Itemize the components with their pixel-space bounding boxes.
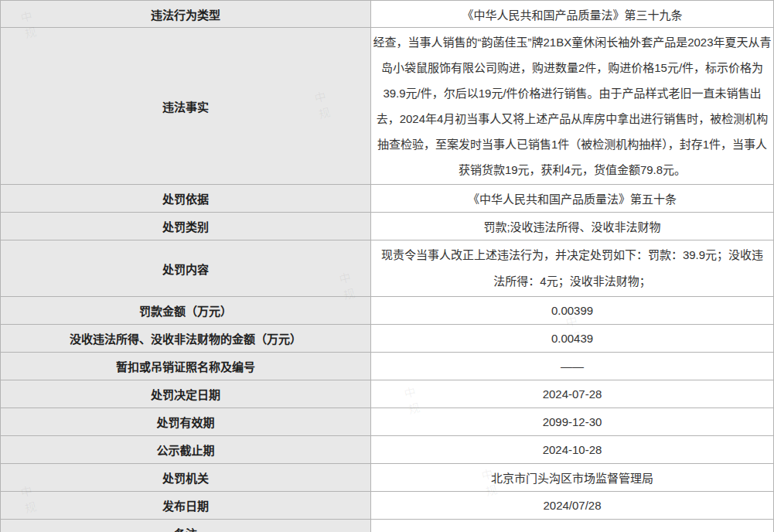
penalty-record-page: 违法行为类型 《中华人民共和国产品质量法》第三十九条 违法事实 经查，当事人销售… [0,0,774,532]
row-value: 2099-12-30 [371,408,774,436]
row-value: 罚款;没收违法所得、没收非法财物 [371,213,774,240]
row-label: 公示截止期 [1,436,371,464]
row-label: 发布日期 [1,492,371,520]
penalty-table-body: 违法行为类型 《中华人民共和国产品质量法》第三十九条 违法事实 经查，当事人销售… [1,1,774,532]
table-row: 公示截止期 2024-10-28 [1,436,774,464]
penalty-table: 违法行为类型 《中华人民共和国产品质量法》第三十九条 违法事实 经查，当事人销售… [0,0,774,532]
table-row: 处罚有效期 2099-12-30 [1,408,774,436]
row-label: 处罚内容 [1,240,371,297]
row-label: 处罚决定日期 [1,380,371,408]
row-label: 违法事实 [1,28,371,185]
row-label: 处罚有效期 [1,408,371,436]
table-row: 处罚内容 现责令当事人改正上述违法行为，并决定处罚如下：罚款：39.9元；没收违… [1,240,774,297]
row-value: —— [371,520,774,532]
row-label: 罚款金额（万元） [1,297,371,325]
row-label: 处罚类别 [1,213,371,240]
table-row: 罚款金额（万元） 0.00399 [1,297,774,325]
row-value: 《中华人民共和国产品质量法》第三十九条 [371,1,774,28]
row-value: 0.00439 [371,325,774,353]
table-row: 处罚机关 北京市门头沟区市场监督管理局 [1,464,774,492]
table-row: 备注 —— [1,520,774,532]
table-row: 处罚依据 《中华人民共和国产品质量法》第五十条 [1,185,774,213]
table-row: 处罚决定日期 2024-07-28 [1,380,774,408]
table-row: 发布日期 2024/07/28 [1,492,774,520]
row-label: 备注 [1,520,371,532]
table-row: 处罚类别 罚款;没收违法所得、没收非法财物 [1,213,774,240]
row-label: 没收违法所得、没收非法财物的金额（万元） [1,325,371,353]
row-value: 北京市门头沟区市场监督管理局 [371,464,774,492]
row-value: 2024-07-28 [371,380,774,408]
row-value: 0.00399 [371,297,774,325]
row-value: 《中华人民共和国产品质量法》第五十条 [371,185,774,213]
row-label: 违法行为类型 [1,1,371,28]
row-value: 2024/07/28 [371,492,774,520]
row-label: 处罚依据 [1,185,371,213]
table-row: 暂扣或吊销证照名称及编号 —— [1,353,774,380]
table-row: 违法事实 经查，当事人销售的“韵菡佳玉”牌21BX童休闲长袖外套产品是2023年… [1,28,774,185]
row-label: 暂扣或吊销证照名称及编号 [1,353,371,380]
row-value: 2024-10-28 [371,436,774,464]
table-row: 违法行为类型 《中华人民共和国产品质量法》第三十九条 [1,1,774,28]
row-value: 经查，当事人销售的“韵菡佳玉”牌21BX童休闲长袖外套产品是2023年夏天从青岛… [371,28,774,185]
table-row: 没收违法所得、没收非法财物的金额（万元） 0.00439 [1,325,774,353]
row-value: —— [371,353,774,380]
row-label: 处罚机关 [1,464,371,492]
row-value: 现责令当事人改正上述违法行为，并决定处罚如下：罚款：39.9元；没收违法所得：4… [371,240,774,297]
